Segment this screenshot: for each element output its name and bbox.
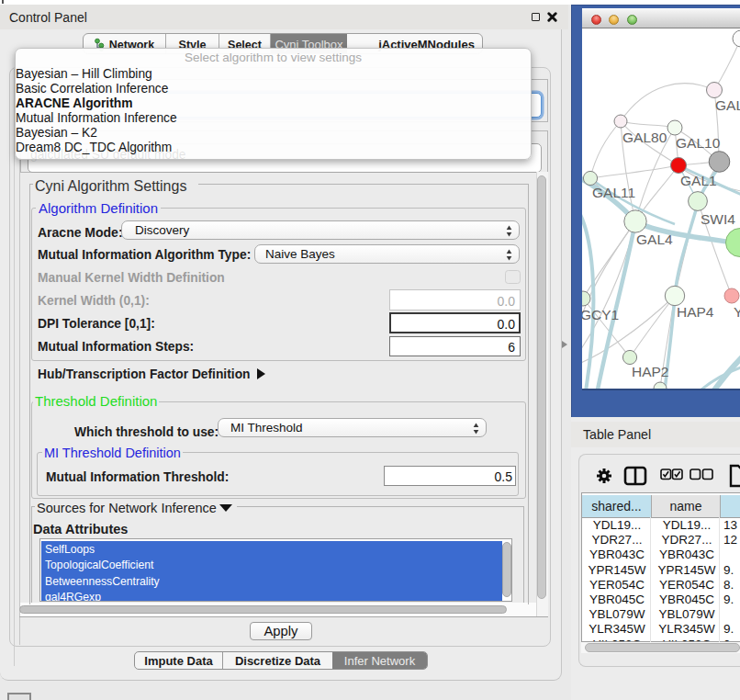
- svg-text:GAL4: GAL4: [636, 231, 673, 247]
- svg-text:GAL7: GAL7: [715, 97, 740, 113]
- svg-text:HAP4: HAP4: [677, 304, 714, 320]
- svg-text:HAP2: HAP2: [632, 364, 669, 379]
- svg-text:GAL80: GAL80: [622, 130, 667, 145]
- svg-text:GAL10: GAL10: [676, 135, 721, 151]
- svg-text:Y: Y: [734, 304, 740, 320]
- svg-text:SWI4: SWI4: [701, 211, 735, 227]
- svg-text:GAL1: GAL1: [680, 173, 717, 188]
- svg-text:GCY1: GCY1: [582, 307, 619, 322]
- svg-text:GAL11: GAL11: [592, 185, 635, 200]
